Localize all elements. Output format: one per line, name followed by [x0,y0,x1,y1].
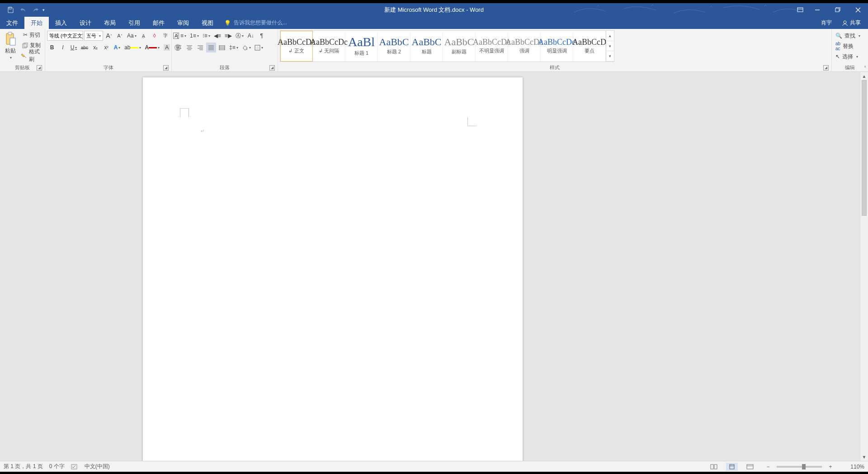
zoom-out-button[interactable]: − [762,463,774,471]
read-mode-button[interactable] [708,463,720,471]
style-正文[interactable]: AaBbCcDc↲ 正文 [280,31,313,62]
font-size-combo[interactable]: 五号▾ [84,31,103,41]
subscript-button[interactable]: x₂ [90,43,100,52]
scroll-up-icon[interactable]: ▲ [860,72,868,80]
grow-font-button[interactable]: A˄ [104,31,114,41]
italic-button[interactable]: I [58,43,68,52]
align-left-button[interactable] [174,43,184,52]
ribbon-options-icon[interactable] [793,3,807,17]
dialog-launcher-icon[interactable]: ◢ [163,65,169,71]
select-button[interactable]: ↖选择▾ [834,52,860,62]
find-button[interactable]: 🔍查找▾ [834,31,862,41]
tell-me[interactable]: 💡 告诉我您想要做什么... [220,17,287,29]
vertical-scrollbar[interactable]: ▲ ▼ [860,72,868,461]
maximize-button[interactable] [827,3,848,17]
font-name-combo[interactable]: 等线 (中文正文)▾ [47,31,83,41]
tab-review[interactable]: 审阅 [171,17,195,29]
enclose-characters-button[interactable]: 字 [160,31,170,41]
strikethrough-button[interactable]: abc [80,43,90,52]
phonetic-guide-button[interactable]: A̤ [139,31,149,41]
style-副标题[interactable]: AaBbC副标题 [443,31,476,62]
expand-gallery-icon[interactable]: ▾ [606,51,614,62]
group-font-label: 字体 [104,64,113,71]
style-标题[interactable]: AaBbC标题 [410,31,443,62]
justify-button[interactable] [206,43,216,52]
tab-design[interactable]: 设计 [73,17,98,29]
line-spacing-button[interactable]: ‡≡▾ [228,43,240,52]
user-name[interactable]: 肖宇 [817,19,835,27]
undo-icon[interactable] [17,4,29,16]
change-case-button[interactable]: Aa▾ [126,31,138,41]
tab-mailings[interactable]: 邮件 [146,17,171,29]
underline-button[interactable]: U▾ [69,43,79,52]
decrease-indent-button[interactable]: ◀≡ [212,31,222,41]
style-标题 1[interactable]: AaBl标题 1 [345,31,378,62]
multilevel-button[interactable]: ⁝≡▾ [201,31,212,41]
dialog-launcher-icon[interactable]: ◢ [269,65,275,71]
tab-file[interactable]: 文件 [0,17,24,29]
print-layout-button[interactable] [726,463,738,471]
highlight-button[interactable]: ab▾ [123,43,142,52]
document-area: ↵ ▲ ▼ [0,72,868,461]
borders-button[interactable]: ▾ [253,43,264,52]
style-无间隔[interactable]: AaBbCcDc↲ 无间隔 [313,31,345,62]
style-不明显强调[interactable]: AaBbCcDc不明显强调 [476,31,508,62]
dialog-launcher-icon[interactable]: ◢ [823,65,829,71]
tab-home[interactable]: 开始 [24,17,49,29]
style-标题 2[interactable]: AaBbC标题 2 [378,31,410,62]
tab-layout[interactable]: 布局 [98,17,122,29]
asian-layout-button[interactable]: Ⓐ▾ [234,31,245,41]
font-color-button[interactable]: A▾ [143,43,161,52]
style-要点[interactable]: AaBbCcD要点 [573,31,606,62]
share-button[interactable]: 共享 [837,18,865,28]
align-center-button[interactable] [184,43,194,52]
chevron-up-icon[interactable]: ▴ [606,31,614,41]
tab-insert[interactable]: 插入 [49,17,73,29]
zoom-in-button[interactable]: + [825,463,836,471]
char-shading-button[interactable]: A [162,43,172,52]
cut-button[interactable]: ✂剪切 [20,30,43,40]
styles-more[interactable]: ▴▾▾ [606,31,614,62]
show-marks-button[interactable]: ¶ [257,31,267,41]
tab-references[interactable]: 引用 [122,17,146,29]
scroll-thumb[interactable] [862,80,867,216]
save-icon[interactable] [5,4,16,16]
paste-button[interactable]: 粘贴 ▾ [2,30,19,62]
dialog-launcher-icon[interactable]: ◢ [37,65,42,71]
numbering-button[interactable]: 1≡▾ [189,31,200,41]
chevron-down-icon[interactable]: ▾ [606,41,614,52]
bullets-button[interactable]: ⋮≡▾ [174,31,188,41]
collapse-ribbon-icon[interactable]: ˄ [864,66,866,71]
web-layout-button[interactable] [744,463,756,471]
align-right-button[interactable] [195,43,205,52]
qat-customize-icon[interactable]: ▾ [42,8,49,12]
spellcheck-icon[interactable] [71,464,78,470]
zoom-slider-thumb[interactable] [802,464,806,469]
scroll-down-icon[interactable]: ▼ [860,453,868,461]
tab-view[interactable]: 视图 [195,17,220,29]
scissors-icon: ✂ [23,32,28,38]
close-button[interactable] [848,3,868,17]
page-number[interactable]: 第 1 页，共 1 页 [4,463,43,470]
language-status[interactable]: 中文(中国) [85,463,110,470]
zoom-level[interactable]: 110% [843,464,864,470]
style-强调[interactable]: AaBbCcDc强调 [508,31,541,62]
increase-indent-button[interactable]: ≡▶ [223,31,233,41]
redo-icon[interactable] [30,4,42,16]
superscript-button[interactable]: x² [101,43,111,52]
minimize-button[interactable] [807,3,827,17]
distributed-button[interactable] [217,43,227,52]
sort-button[interactable]: A↓ [246,31,256,41]
word-count[interactable]: 0 个字 [49,463,65,470]
group-paragraph-label: 段落 [220,64,230,71]
style-明显强调[interactable]: AaBbCcDc明显强调 [541,31,573,62]
clear-formatting-button[interactable]: ◊ [150,31,160,41]
text-effects-button[interactable]: A▾ [112,43,122,52]
bold-button[interactable]: B [47,43,57,52]
shrink-font-button[interactable]: A˅ [115,31,125,41]
zoom-slider[interactable] [777,466,822,468]
format-painter-button[interactable]: 格式刷 [20,51,43,61]
page[interactable]: ↵ [143,77,523,461]
replace-button[interactable]: abac替换 [834,41,855,51]
shading-button[interactable]: ▾ [241,43,252,52]
